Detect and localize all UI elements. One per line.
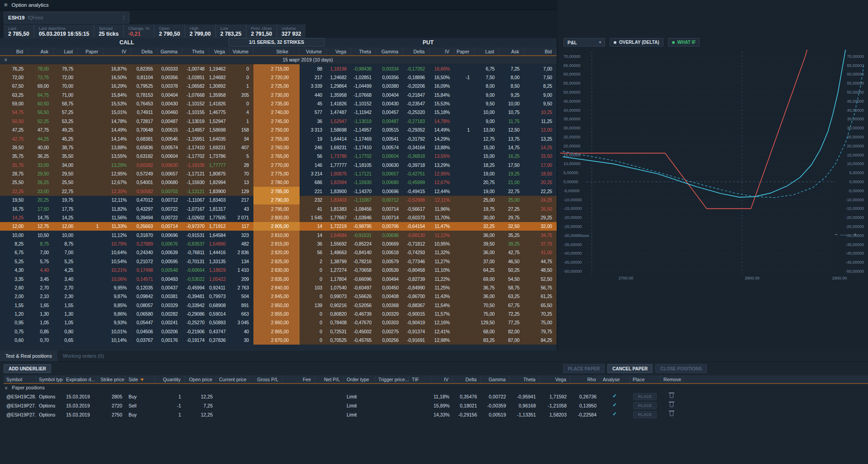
positions-header-iv[interactable]: IV xyxy=(431,375,453,383)
positions-header-rho[interactable]: Rho xyxy=(570,375,600,383)
positions-header-net-p-l[interactable]: Net P/L xyxy=(315,375,344,383)
option-row-2810[interactable]: 10,0010,5010,0011,12%0,318700,00696-0,91… xyxy=(0,231,557,239)
positions-header-tif[interactable]: TIF xyxy=(409,375,431,383)
filter-funnel-icon[interactable] xyxy=(140,379,144,381)
option-row-2805[interactable]: 12,0012,7512,00111,33%0,356630,00714-0,9… xyxy=(0,222,557,231)
positions-header-gross-p-l[interactable]: Gross P/L xyxy=(250,375,282,383)
positions-header-symbol-type[interactable]: Symbol type xyxy=(36,375,63,383)
what-if-toggle[interactable]: WHAT IF xyxy=(668,38,700,47)
positions-header-symbol[interactable]: Symbol xyxy=(4,375,36,383)
position-row[interactable]: @ESH19C28...Options15.03.20192805Buy112,… xyxy=(4,392,868,401)
option-row-2780[interactable]: 25,5026,2525,5012,67%0,540010,00680-1,15… xyxy=(0,178,557,187)
place-order-button[interactable]: PLACE xyxy=(633,402,657,409)
chain-header-volume-call[interactable]: Volume xyxy=(230,47,253,55)
option-row-2745[interactable]: 50,5052,2553,2514,78%0,728170,00487-1,13… xyxy=(0,117,557,125)
chain-header-last-call[interactable]: Last xyxy=(53,47,78,55)
overlay-delta-toggle[interactable]: OVERLAY (DELTA) xyxy=(610,38,663,47)
option-row-2800[interactable]: 14,2514,7514,2511,56%0,394940,00722-1,02… xyxy=(0,213,557,222)
positions-header-fee[interactable]: Fee xyxy=(282,375,315,383)
analyse-checkbox[interactable]: ✓ xyxy=(600,401,630,410)
option-row-2855[interactable]: 1,201,301,309,86%0,065800,00282-0,290860… xyxy=(0,310,557,318)
option-row-2860[interactable]: 0,951,051,059,93%0,054470,00241-0,252700… xyxy=(0,318,557,327)
symbol-selector[interactable]: ESH19 IQFeed ⋮ xyxy=(4,12,129,24)
analyse-checkbox[interactable]: ✓ xyxy=(600,392,630,401)
chain-header-delta-call[interactable]: Delta xyxy=(131,47,157,55)
positions-header-place[interactable]: Place xyxy=(630,375,661,383)
trash-icon[interactable] xyxy=(670,412,673,416)
collapse-chevron-icon[interactable]: ∨ xyxy=(4,57,7,62)
positions-header-gamma[interactable]: Gamma xyxy=(481,375,510,383)
chart-scrollbar-handle[interactable] xyxy=(574,235,589,237)
option-row-2725[interactable]: 67,5069,0070,0016,29%0,795250,00378-1,06… xyxy=(0,82,557,90)
chain-header-gamma-call[interactable]: Gamma xyxy=(157,47,182,55)
chain-header-gamma-put[interactable]: Gamma xyxy=(376,47,403,55)
option-row-2750[interactable]: 47,2547,7549,2514,49%0,706480,00515-1,14… xyxy=(0,126,557,134)
trash-icon[interactable] xyxy=(670,403,673,407)
option-row-2850[interactable]: 1,551,651,559,85%0,080570,00329-0,339420… xyxy=(0,301,557,309)
positions-header-order-type[interactable]: Order type xyxy=(344,375,376,383)
positions-header-vega[interactable]: Vega xyxy=(539,375,570,383)
option-row-2765[interactable]: 35,7536,2535,5013,55%0,631820,00604-1,17… xyxy=(0,152,557,161)
option-row-2820[interactable]: 6,757,007,0010,64%0,243400,00639-0,76811… xyxy=(0,248,557,257)
option-row-2845[interactable]: 2,002,102,309,87%0,098420,00381-0,394810… xyxy=(0,292,557,301)
option-row-2715[interactable]: 76,2578,0079,7516,87%0,823550,00333-1,00… xyxy=(0,64,557,73)
kebab-menu-icon[interactable]: ⋮ xyxy=(121,15,126,21)
analyse-checkbox[interactable]: ✓ xyxy=(600,410,630,419)
trash-icon[interactable] xyxy=(670,394,673,398)
chain-header-theta-call[interactable]: Theta xyxy=(182,47,209,55)
option-row-2815[interactable]: 8,258,758,7510,79%0,278890,00676-0,83537… xyxy=(0,240,557,248)
option-row-2865[interactable]: 0,750,850,8010,01%0,045060,00206-0,21906… xyxy=(0,327,557,336)
positions-header-remove[interactable]: Remove xyxy=(661,375,683,383)
chain-header-theta-put[interactable]: Theta xyxy=(351,47,376,55)
place-order-button[interactable]: PLACE xyxy=(633,411,657,418)
chain-header-paper-call[interactable]: Paper xyxy=(78,47,103,55)
pnl-chart[interactable]: 70,0000070,0000065,0000065,0000060,00000… xyxy=(560,47,868,287)
cancel-paper-button[interactable]: CANCEL PAPER xyxy=(607,364,653,373)
positions-header-open-price[interactable]: Open price xyxy=(185,375,216,383)
chain-header-strike[interactable]: Strike xyxy=(253,47,300,55)
option-row-2730[interactable]: 63,2564,7571,0015,84%0,781530,00404-1,07… xyxy=(0,90,557,99)
zoom-in-button[interactable]: + xyxy=(854,231,857,238)
option-row-2785[interactable]: 22,2523,0022,7512,30%0,505820,00703-1,13… xyxy=(0,187,557,195)
expiry-group-row[interactable]: ∨ 15 март 2019 (10 days) xyxy=(0,56,557,64)
place-paper-button[interactable]: PLACE PAPER xyxy=(563,364,605,373)
collapse-chevron-icon[interactable]: ∨ xyxy=(5,385,8,390)
chain-header-iv-call[interactable]: IV xyxy=(103,47,131,55)
positions-header-strike-price[interactable]: Strike price xyxy=(98,375,126,383)
option-row-2840[interactable]: 2,602,702,709,95%0,120350,00437-0,459940… xyxy=(0,283,557,292)
positions-header-delta[interactable]: Delta xyxy=(453,375,481,383)
chain-header-vega-put[interactable]: Vega xyxy=(327,47,351,55)
close-positions-button[interactable]: CLOSE POSITIONS xyxy=(655,364,707,373)
option-row-2795[interactable]: 16,7517,5017,7511,82%0,432970,00722-1,07… xyxy=(0,204,557,213)
tab-test-real-positions[interactable]: Test & Real positions xyxy=(0,351,57,361)
chain-header-paper-put[interactable]: Paper xyxy=(454,47,474,55)
positions-header-current-price[interactable]: Current price xyxy=(216,375,250,383)
positions-header-expiration-d-[interactable]: Expiration d... xyxy=(63,375,98,383)
positions-header-analyse[interactable]: Analyse xyxy=(600,375,630,383)
positions-header-quantity[interactable]: Quantity xyxy=(155,375,185,383)
chain-header-ask-call[interactable]: Ask xyxy=(28,47,53,55)
option-row-2755[interactable]: 42,7544,2545,2514,14%0,683810,00546-1,15… xyxy=(0,134,557,143)
option-row-2830[interactable]: 4,304,404,2510,21%0,174980,00548-0,60664… xyxy=(0,266,557,275)
position-row[interactable]: @ESH19P27...Options15.03.20192720Sell-17… xyxy=(4,401,868,410)
tab-working-orders-0-[interactable]: Working orders (0) xyxy=(57,351,110,361)
option-row-2740[interactable]: 54,7556,5057,2515,01%0,749110,00460-1,10… xyxy=(0,108,557,117)
option-row-2735[interactable]: 59,0060,5058,7515,53%0,764530,00430-1,10… xyxy=(0,99,557,108)
chain-header-vega-call[interactable]: Vega xyxy=(209,47,230,55)
positions-header-side[interactable]: Side xyxy=(126,375,155,383)
hamburger-menu-icon[interactable]: ≡ xyxy=(4,1,8,8)
chain-header-volume-put[interactable]: Volume xyxy=(300,47,327,55)
chain-header-delta-put[interactable]: Delta xyxy=(403,47,429,55)
positions-header-trigger-price-[interactable]: Trigger price... xyxy=(376,375,409,383)
chain-header-ask-put[interactable]: Ask xyxy=(499,47,524,55)
option-row-2760[interactable]: 39,5040,0038,7513,88%0,658360,00574-1,17… xyxy=(0,143,557,152)
zoom-out-button[interactable]: − xyxy=(835,231,838,238)
place-order-button[interactable]: PLACE xyxy=(633,393,657,400)
positions-group-row[interactable]: ∨ Paper positions xyxy=(0,384,868,392)
zoom-slider-track[interactable] xyxy=(840,235,852,236)
option-row-2770[interactable]: 31,7533,0034,0013,29%0,602820,00630-1,18… xyxy=(0,161,557,169)
position-row[interactable]: @ESH19P27...Options15.03.20192750Buy112,… xyxy=(4,410,868,419)
chain-header-bid-call[interactable]: Bid xyxy=(0,47,28,55)
option-row-2870[interactable]: 0,600,700,6510,14%0,037670,00176-0,19174… xyxy=(0,336,557,345)
chain-header-iv-put[interactable]: IV xyxy=(429,47,454,55)
